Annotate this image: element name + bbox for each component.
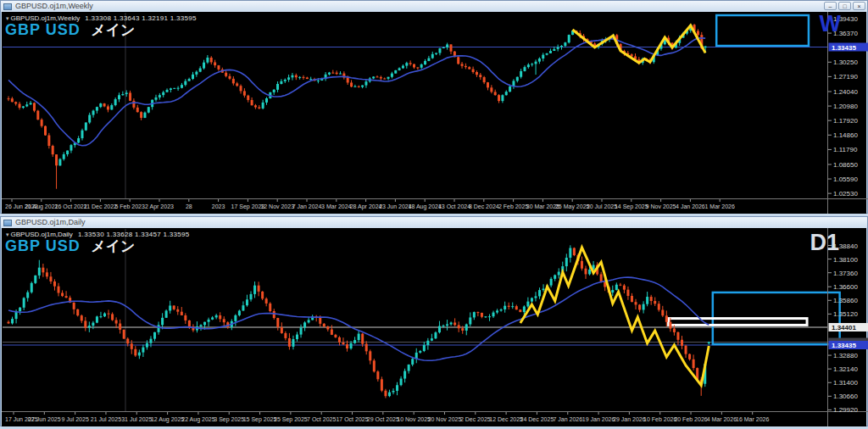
candle-body (30, 103, 32, 104)
candle-body (483, 77, 486, 82)
candle-body (494, 92, 497, 95)
candle-body (369, 351, 371, 360)
candle-body (472, 70, 475, 72)
candle-body (70, 145, 72, 150)
time-tick-label: 20 Feb 2026 (674, 416, 707, 422)
minimize-button[interactable]: – (824, 2, 837, 10)
candle-body (384, 391, 387, 396)
price-tick-label: 1.11790 (833, 146, 858, 153)
candle-body (450, 322, 453, 324)
ma-line[interactable] (8, 38, 705, 146)
time-tick-label: 2 Dec 2025 (460, 416, 491, 422)
candle-body (136, 108, 139, 112)
candle-body (498, 95, 500, 101)
time-tick-label: 3 Mar 2024 (321, 203, 352, 209)
candle-body (376, 371, 379, 379)
candle-body (99, 316, 102, 317)
candle-body (65, 296, 68, 298)
candle-body (693, 359, 695, 368)
candle-body (553, 49, 555, 51)
window-title: GBPUSD.oj1m,Daily (15, 218, 86, 227)
candle-body (132, 101, 135, 108)
chart-area[interactable]: 1.388401.381001.373601.366001.358601.351… (2, 228, 866, 426)
candle-body (358, 334, 360, 340)
candle-body (405, 63, 408, 65)
price-tick-label: 1.35860 (833, 297, 858, 304)
candle-body (251, 100, 253, 105)
candle-body (520, 71, 522, 77)
candle-body (273, 311, 275, 318)
annotation-rectangle[interactable] (669, 319, 807, 326)
candle-body (317, 81, 320, 81)
candle-body (181, 85, 183, 88)
candle-body (8, 322, 10, 324)
time-tick-label: 16 Oct 2022 (55, 203, 87, 209)
close-button[interactable]: × (853, 2, 865, 10)
trading-workspace: GBPUSD.oj1m,Weekly – □ × 1.394301.363701… (0, 0, 868, 429)
restore-button[interactable]: □ (838, 2, 851, 10)
price-label-text: 1.34401 (832, 324, 856, 332)
candle-body (446, 324, 448, 326)
candle-body (303, 77, 305, 78)
candle-body (328, 73, 331, 75)
candle-body (697, 31, 699, 36)
candle-body (173, 88, 175, 89)
chart-area[interactable]: 1.394301.363701.302501.271901.240401.209… (2, 12, 866, 214)
time-tick-label: 7 Jan 2024 (292, 203, 322, 209)
candle-body (103, 314, 106, 317)
window-titlebar[interactable]: GBPUSD.oj1m,Weekly – □ × (1, 1, 867, 12)
candle-body (273, 90, 275, 92)
candle-body (479, 75, 481, 77)
price-tick-label: 1.32140 (833, 365, 858, 373)
candle-body (184, 81, 186, 85)
candle-body (41, 120, 43, 126)
candle-body (23, 298, 25, 307)
candle-body (223, 319, 225, 322)
candle-body (73, 303, 75, 309)
candle-body (442, 47, 445, 48)
candle-body (673, 329, 676, 332)
candle-body (373, 360, 376, 371)
candlesticks (8, 245, 710, 398)
price-tick-label: 1.32880 (833, 352, 858, 359)
candle-body (276, 318, 279, 327)
candle-body (169, 305, 171, 310)
candlesticks (8, 24, 707, 189)
candle-body (111, 314, 114, 320)
price-tick-label: 1.29920 (833, 406, 858, 414)
time-tick-label: 14 Sep 2025 (615, 203, 648, 210)
chart-canvas[interactable]: 1.388401.381001.373601.366001.358601.351… (2, 228, 868, 426)
chart-icon (3, 3, 12, 10)
price-axis[interactable]: 1.394301.363701.302501.271901.240401.209… (828, 15, 859, 198)
time-tick-label: 17 Oct 2025 (336, 416, 368, 422)
window-titlebar[interactable]: GBPUSD.oj1m,Daily (1, 217, 867, 228)
candle-body (76, 309, 79, 315)
candle-body (508, 306, 510, 307)
zigzag-line[interactable] (520, 248, 709, 386)
candle-body (11, 319, 14, 323)
chart-canvas[interactable]: 1.394301.363701.302501.271901.240401.209… (2, 12, 868, 214)
time-tick-label: 5 Feb 2023 (114, 203, 145, 209)
window-title: GBPUSD.oj1m,Weekly (15, 2, 93, 11)
candle-body (276, 84, 279, 90)
candle-body (403, 371, 406, 379)
candle-body (531, 64, 533, 64)
price-tick-label: 1.30660 (833, 393, 858, 400)
candle-body (303, 322, 306, 327)
candle-body (200, 325, 203, 326)
candle-body (419, 351, 421, 353)
candle-body (350, 82, 353, 86)
candle-body (159, 95, 161, 98)
candle-body (465, 66, 467, 67)
annotation-rectangle[interactable] (716, 15, 809, 46)
candle-body (192, 75, 194, 79)
time-axis[interactable]: 17 Jun 202527 Jun 20259 Jul 202521 Jul 2… (5, 412, 769, 423)
time-axis[interactable]: 26 Jun 202221 Aug 202216 Oct 202211 Dec … (5, 199, 735, 210)
candle-body (125, 92, 128, 94)
candle-body (165, 310, 168, 317)
candle-body (155, 98, 158, 100)
candle-body (208, 320, 210, 322)
candle-body (181, 312, 183, 315)
price-tick-label: 1.20980 (833, 103, 858, 110)
candle-body (225, 73, 227, 76)
